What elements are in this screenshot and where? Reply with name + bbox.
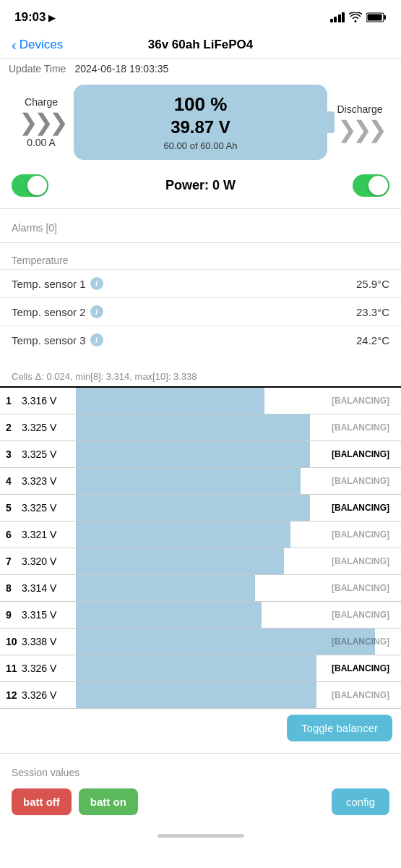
cell-bar-3 [76, 441, 310, 467]
temp-sensor-2-label: Temp. sensor 2 [12, 306, 86, 318]
temp-sensor-1-label: Temp. sensor 1 [12, 278, 86, 290]
cell-row-3: 3 3.325 V [BALANCING] [0, 441, 401, 468]
cell-num-4: 4 [0, 475, 22, 487]
cell-num-6: 6 [0, 529, 22, 540]
cell-bar-9 [76, 602, 262, 628]
chevron-left-icon: ‹ [12, 37, 17, 54]
cell-row-12: 12 3.326 V [BALANCING] [0, 682, 401, 709]
divider-1 [0, 208, 401, 209]
temp-sensor-3-value: 24.2°C [356, 334, 389, 346]
temp-sensor-1-left: Temp. sensor 1 i [12, 277, 103, 290]
cell-row-4: 4 3.323 V [BALANCING] [0, 468, 401, 495]
svg-rect-1 [384, 15, 387, 20]
cell-balancing-10: [BALANCING] [332, 637, 395, 647]
status-time: 19:03 [14, 10, 46, 25]
cell-bar-8 [76, 575, 255, 601]
home-bar [158, 834, 244, 838]
cell-row-11: 11 3.326 V [BALANCING] [0, 655, 401, 682]
cell-row-10: 10 3.338 V [BALANCING] [0, 629, 401, 655]
batt-on-button[interactable]: batt on [79, 788, 138, 815]
cell-bar-container-12: [BALANCING] [76, 682, 401, 708]
discharge-label: Discharge [337, 103, 382, 115]
session-buttons: batt off batt on config [0, 783, 401, 827]
update-time-label: Update Time [9, 63, 66, 75]
signal-icon [330, 12, 345, 22]
cell-voltage-11: 3.326 V [22, 663, 76, 674]
cell-voltage-1: 3.316 V [22, 395, 76, 407]
temp-sensor-2-value: 23.3°C [356, 306, 389, 318]
cell-balancing-3: [BALANCING] [332, 449, 395, 459]
divider-3 [0, 753, 401, 754]
cell-voltage-6: 3.321 V [22, 529, 76, 540]
charge-chevrons: ❯❯❯ [19, 111, 64, 134]
cell-balancing-2: [BALANCING] [332, 422, 395, 433]
cell-row-8: 8 3.314 V [BALANCING] [0, 575, 401, 602]
spacer-1 [0, 354, 401, 362]
session-left-buttons: batt off batt on [12, 788, 138, 815]
cell-row-9: 9 3.315 V [BALANCING] [0, 602, 401, 629]
cell-bar-container-8: [BALANCING] [76, 575, 401, 601]
batt-off-button[interactable]: batt off [12, 788, 72, 815]
cell-voltage-8: 3.314 V [22, 582, 76, 594]
cell-balancing-12: [BALANCING] [332, 690, 395, 700]
cell-bar-container-7: [BALANCING] [76, 548, 401, 574]
cell-bar-2 [76, 414, 310, 441]
svg-rect-2 [368, 14, 382, 21]
cell-bar-6 [76, 522, 290, 548]
charge-side: Charge ❯❯❯ 0.00 A [9, 96, 74, 148]
cells-container: 1 3.316 V [BALANCING] 2 3.325 V [BALANCI… [0, 388, 401, 709]
cell-num-2: 2 [0, 422, 22, 433]
cell-bar-1 [76, 388, 264, 414]
battery-ah: 60.00 of 60.00 Ah [164, 140, 238, 151]
cell-row-7: 7 3.320 V [BALANCING] [0, 548, 401, 575]
cell-bar-container-6: [BALANCING] [76, 522, 401, 548]
discharge-side: Discharge ❯❯❯ [327, 103, 392, 141]
cell-voltage-3: 3.325 V [22, 448, 76, 460]
cell-balancing-9: [BALANCING] [332, 610, 395, 620]
cell-balancing-1: [BALANCING] [332, 396, 395, 406]
divider-2 [0, 242, 401, 243]
temp-sensor-3-label: Temp. sensor 3 [12, 334, 86, 346]
cell-bar-11 [76, 655, 316, 681]
cell-bar-7 [76, 548, 284, 574]
cell-bar-container-10: [BALANCING] [76, 629, 401, 655]
nav-back-button[interactable]: ‹ Devices [12, 37, 63, 54]
temp-sensor-1-value: 25.9°C [356, 278, 389, 290]
toggle-balancer-row: Toggle balancer [0, 709, 401, 747]
temperature-sensor-1: Temp. sensor 1 i 25.9°C [0, 269, 401, 297]
temp-sensor-3-left: Temp. sensor 3 i [12, 333, 103, 346]
cell-balancing-7: [BALANCING] [332, 556, 395, 566]
cell-bar-5 [76, 495, 310, 521]
temp-sensor-2-info-icon[interactable]: i [90, 305, 103, 318]
toggle-balancer-button[interactable]: Toggle balancer [287, 715, 392, 741]
cell-voltage-5: 3.325 V [22, 502, 76, 514]
temp-sensor-3-info-icon[interactable]: i [90, 333, 103, 346]
cell-bar-4 [76, 468, 301, 494]
cell-num-8: 8 [0, 582, 22, 594]
cell-voltage-10: 3.338 V [22, 636, 76, 647]
config-button[interactable]: config [332, 788, 389, 815]
temp-sensor-1-info-icon[interactable]: i [90, 277, 103, 290]
cell-num-9: 9 [0, 609, 22, 621]
discharge-toggle[interactable] [353, 174, 389, 197]
charge-amperage: 0.00 A [27, 137, 56, 148]
charge-toggle[interactable] [12, 174, 48, 197]
cell-balancing-8: [BALANCING] [332, 583, 395, 593]
cell-bar-12 [76, 682, 316, 708]
battery-status-icon [366, 12, 387, 22]
battery-body: 100 % 39.87 V 60.00 of 60.00 Ah [74, 85, 327, 160]
location-icon: ▶ [48, 12, 56, 23]
session-header: Session values [0, 760, 401, 783]
discharge-chevrons: ❯❯❯ [337, 118, 383, 141]
cell-voltage-12: 3.326 V [22, 689, 76, 701]
cell-num-5: 5 [0, 502, 22, 514]
cell-num-10: 10 [0, 636, 22, 647]
cell-num-12: 12 [0, 689, 22, 701]
cell-balancing-4: [BALANCING] [332, 476, 395, 486]
cell-row-2: 2 3.325 V [BALANCING] [0, 414, 401, 441]
cell-bar-container-5: [BALANCING] [76, 495, 401, 521]
home-indicator [0, 827, 401, 842]
battery-section: Charge ❯❯❯ 0.00 A 100 % 39.87 V 60.00 of… [0, 79, 401, 166]
update-time-value: 2024-06-18 19:03:35 [74, 63, 168, 75]
temp-sensor-2-left: Temp. sensor 2 i [12, 305, 103, 318]
